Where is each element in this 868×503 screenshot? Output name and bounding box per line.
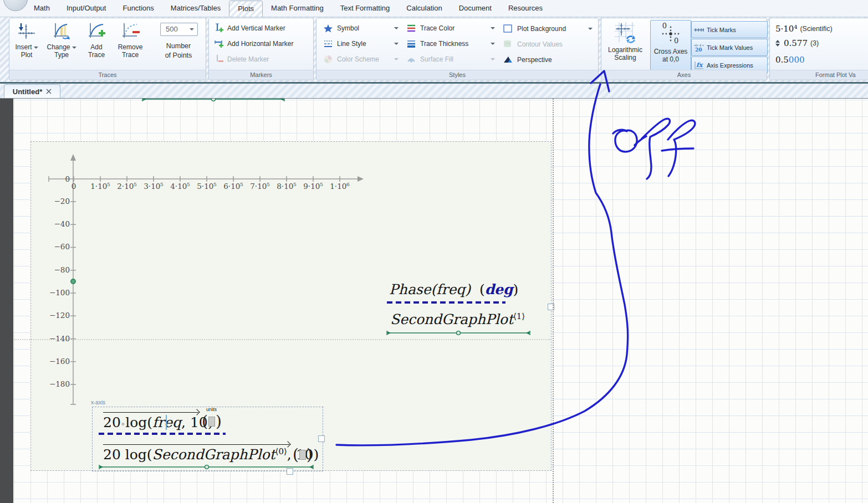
dropdown-caret-icon[interactable] [34,47,38,49]
placeholder-box[interactable] [208,417,215,427]
trace-thickness-button[interactable]: Trace Thickness [406,39,498,48]
cross-axes-button[interactable]: 0 0 Cross Axes at 0,0 [650,20,691,72]
tab-calculation[interactable]: Calculation [398,1,450,17]
tick-marks-icon [693,27,704,33]
delete-marker-icon [215,54,224,64]
tab-input-output[interactable]: Input/Output [58,1,115,17]
svg-text:−120: −120 [49,311,70,320]
dropdown-caret-icon[interactable] [394,27,399,29]
ribbon: Math Input/Output Functions Matrices/Tab… [0,0,868,84]
trace-style-dashed-blue-2 [99,433,226,435]
plot-background-icon [503,24,513,33]
svg-text:−20: −20 [54,197,70,206]
change-type-icon [52,22,72,42]
remove-trace-icon [120,22,140,42]
format-trailing-zeros-option[interactable]: 0.5000 [775,55,805,65]
svg-text:1·10⁵: 1·10⁵ [90,182,110,191]
format-precision-option[interactable]: 0.577 (3) [775,38,819,48]
worksheet-canvas[interactable]: 0 0 1·10⁵ 2·10⁵ 3·10⁵ 4·10⁵ 5·10⁵ 6·10⁵ … [0,99,868,503]
add-horizontal-marker-icon [215,39,224,48]
symbol-star-icon [323,24,333,33]
trace-thickness-icon [406,39,416,48]
add-trace-button[interactable]: Add Trace [83,20,110,69]
document-tab-untitled[interactable]: Untitled* [4,84,60,98]
dropdown-caret-icon[interactable] [190,28,194,30]
group-label-traces: Traces [9,70,206,80]
placeholder-box[interactable] [299,450,306,460]
y-axis-expression-2[interactable]: SecondGraphPlot⟨1⟩ [390,311,525,327]
axis-expressions-icon: fx [693,61,704,70]
tab-resources[interactable]: Resources [500,1,551,17]
dropdown-caret-icon[interactable] [491,27,495,29]
color-scheme-button: Color Scheme [323,55,401,64]
line-style-button[interactable]: Line Style [323,39,401,48]
y-axis-expression-1[interactable]: Phase(freq) (deg) [389,281,518,297]
format-scientific-option[interactable]: 5·10⁴ (Scientific) [775,24,833,34]
axis-marker-dot[interactable] [71,279,75,284]
tab-document[interactable]: Document [451,1,500,17]
svg-text:−100: −100 [49,288,70,297]
units-placeholder-1[interactable]: () [202,412,222,430]
units-placeholder-2[interactable]: () [293,445,313,464]
x-axis-expression-2[interactable]: 20 log(SecondGraphPlot⟨0⟩, 10) [103,446,319,463]
group-markers: Add Vertical Marker Add Horizontal Marke… [208,18,314,80]
dropdown-caret-icon[interactable] [588,28,593,30]
logarithmic-scaling-button[interactable]: Logarithmic Scaling [603,20,648,70]
resize-handle-bottom[interactable] [287,468,293,475]
logarithmic-scaling-icon [614,21,637,44]
add-trace-icon [86,22,106,42]
line-style-icon [323,39,333,48]
add-vertical-marker-button[interactable]: Add Vertical Marker [215,23,285,33]
dropdown-caret-icon[interactable] [394,43,399,45]
svg-text:3·10⁵: 3·10⁵ [144,182,163,191]
perspective-button[interactable]: Perspective [503,55,596,64]
svg-text:−80: −80 [54,265,70,274]
tick-mark-values-toggle[interactable]: 20 Tick Mark Values [691,39,768,56]
svg-text:0: 0 [72,182,76,191]
insert-plot-button[interactable]: Insert Plot [12,20,42,69]
svg-text:0: 0 [674,37,678,45]
units-placeholder-label: units [206,407,217,412]
change-type-button[interactable]: Change Type [45,20,78,69]
svg-text:−160: −160 [49,357,70,366]
trace-color-button[interactable]: Trace Color [406,24,498,33]
dropdown-caret-icon [491,58,495,60]
tab-plots[interactable]: Plots [229,1,263,17]
insert-plot-icon [17,22,37,42]
page-boundary-line [553,99,554,503]
trace-color-icon [406,24,416,33]
svg-text:7·10⁵: 7·10⁵ [250,182,269,191]
delete-marker-button: Delete Marker [215,54,269,64]
group-label-format-plot-values: Format Plot Va [770,70,868,80]
tab-matrices-tables[interactable]: Matrices/Tables [162,1,229,17]
number-of-points-label: Number of Points [151,42,206,60]
contour-values-button: Contour Values [503,39,596,49]
svg-text:6·10⁵: 6·10⁵ [223,182,243,191]
symbol-button[interactable]: Symbol [323,24,401,33]
text-cursor [166,415,167,430]
tab-math[interactable]: Math [25,1,58,17]
resize-handle-xaxis-box[interactable] [318,435,325,442]
x-axis-expression-1[interactable]: 20∘log(freq, 10) [103,414,213,430]
plot-background-button[interactable]: Plot Background [503,24,596,33]
tab-math-formatting[interactable]: Math Formatting [263,1,332,17]
close-icon[interactable] [46,89,52,94]
number-of-points-input[interactable]: 500 [160,23,198,36]
document-tab-bar: Untitled* [0,84,868,99]
dropdown-caret-icon[interactable] [72,47,76,49]
svg-text:5·10⁵: 5·10⁵ [197,182,216,191]
spinner-icon[interactable] [775,40,780,47]
dropdown-caret-icon [394,58,399,60]
add-horizontal-marker-button[interactable]: Add Horizontal Marker [215,39,293,48]
dropdown-caret-icon[interactable] [491,43,495,45]
group-styles: Symbol Line Style Color Scheme [316,18,599,80]
svg-text:0: 0 [65,174,70,183]
tick-marks-toggle[interactable]: Tick Marks [691,21,768,38]
tab-text-formatting[interactable]: Text Formatting [332,1,399,17]
perspective-icon [503,55,513,64]
svg-text:0: 0 [662,22,667,30]
remove-trace-button[interactable]: Remove Trace [115,20,146,69]
surface-fill-icon [406,55,416,64]
svg-text:4·10⁵: 4·10⁵ [170,182,190,191]
tab-functions[interactable]: Functions [114,1,162,17]
